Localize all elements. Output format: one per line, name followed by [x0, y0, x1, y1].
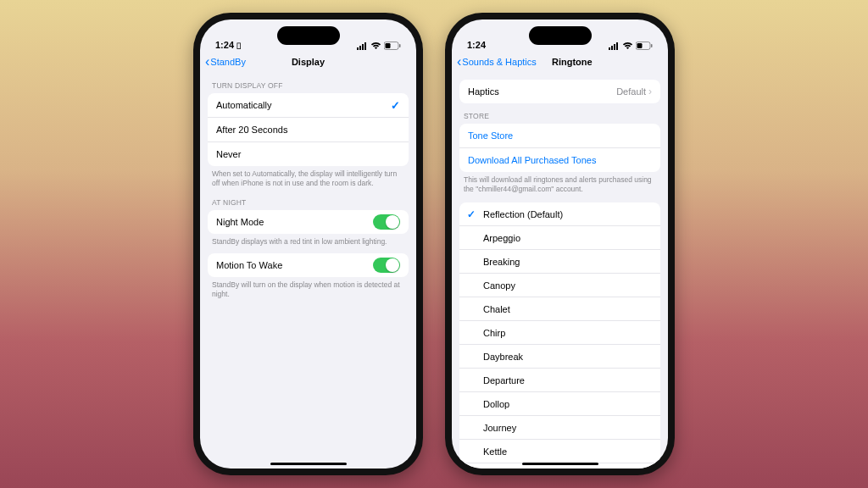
cellular-icon	[609, 42, 620, 50]
group-display-off: Automatically✓ After 20 Seconds Never	[208, 93, 409, 166]
status-time: 1:24 ⌷	[215, 40, 241, 50]
link-tone-store[interactable]: Tone Store	[459, 124, 660, 147]
toggle-motion-to-wake[interactable]	[373, 258, 400, 273]
page-title: Ringtone	[552, 57, 593, 67]
ringtone-option[interactable]: ✓Reflection (Default)	[459, 202, 660, 225]
chevron-left-icon: ‹	[205, 54, 209, 69]
ringtone-option[interactable]: Chalet	[459, 297, 660, 320]
toggle-night-mode[interactable]	[373, 214, 400, 230]
screen-right: 1:24 ‹Sounds & Haptics Ringtone HapticsD…	[452, 19, 668, 469]
group-haptics: HapticsDefault›	[459, 80, 660, 103]
group-ringtones: ✓Reflection (Default)ArpeggioBreakingCan…	[459, 202, 660, 469]
section-header-at-night: AT NIGHT	[200, 190, 416, 210]
group-store: Tone Store Download All Purchased Tones	[459, 124, 660, 172]
home-indicator[interactable]	[522, 463, 598, 465]
battery-icon	[636, 42, 653, 50]
ringtone-option[interactable]: Arpeggio	[459, 225, 660, 249]
row-motion-to-wake[interactable]: Motion To Wake	[208, 253, 409, 277]
nav-bar: ‹StandBy Display	[200, 51, 416, 73]
ringtone-option[interactable]: Breaking	[459, 249, 660, 273]
battery-icon	[384, 42, 401, 50]
page-title: Display	[292, 57, 325, 67]
group-night-mode: Night Mode	[208, 210, 409, 234]
ringtone-label: Arpeggio	[483, 233, 520, 243]
background: 1:24 ⌷ ‹StandBy Display TURN DISPLAY OFF…	[0, 0, 868, 488]
status-time: 1:24	[467, 40, 486, 50]
svg-rect-3	[364, 42, 366, 50]
svg-rect-5	[399, 44, 401, 47]
ringtone-label: Breaking	[483, 257, 520, 267]
svg-rect-6	[386, 43, 391, 48]
ringtone-option[interactable]: Kettle	[459, 439, 660, 463]
option-automatically[interactable]: Automatically✓	[208, 93, 409, 117]
phone-left: 1:24 ⌷ ‹StandBy Display TURN DISPLAY OFF…	[193, 13, 423, 475]
ringtone-label: Reflection (Default)	[483, 209, 563, 219]
chevron-right-icon: ›	[648, 86, 652, 97]
back-button[interactable]: ‹StandBy	[205, 54, 246, 69]
status-icons	[357, 42, 401, 50]
ringtone-label: Daybreak	[483, 352, 523, 362]
ringtone-label: Kettle	[483, 446, 507, 457]
svg-rect-13	[637, 43, 643, 48]
check-icon: ✓	[391, 99, 400, 112]
ringtone-option[interactable]: Departure	[459, 368, 660, 391]
dynamic-island	[277, 26, 340, 45]
status-icons	[609, 42, 653, 50]
content-left[interactable]: TURN DISPLAY OFF Automatically✓ After 20…	[200, 73, 416, 469]
option-never[interactable]: Never	[208, 141, 409, 166]
svg-rect-7	[609, 47, 610, 50]
chevron-left-icon: ‹	[457, 54, 461, 69]
svg-rect-10	[616, 42, 618, 50]
svg-rect-0	[357, 47, 359, 50]
svg-rect-1	[359, 46, 361, 50]
ringtone-label: Chirp	[483, 328, 505, 338]
footer-store: This will download all ringtones and ale…	[452, 172, 668, 196]
svg-rect-8	[611, 46, 613, 50]
ringtone-label: Dollop	[483, 399, 509, 409]
ringtone-label: Canopy	[483, 280, 515, 291]
footer-motion-to-wake: StandBy will turn on the display when mo…	[200, 277, 416, 301]
ringtone-label: Chalet	[483, 304, 510, 314]
check-icon: ✓	[467, 208, 476, 220]
nav-bar: ‹Sounds & Haptics Ringtone	[452, 51, 668, 73]
back-button[interactable]: ‹Sounds & Haptics	[457, 54, 537, 69]
dynamic-island	[529, 26, 592, 45]
option-after-20-seconds[interactable]: After 20 Seconds	[208, 117, 409, 141]
ringtone-label: Departure	[483, 375, 525, 385]
cellular-icon	[357, 42, 368, 50]
ringtone-label: Journey	[483, 423, 516, 433]
row-night-mode[interactable]: Night Mode	[208, 210, 409, 234]
footer-night-mode: StandBy displays with a red tint in low …	[200, 234, 416, 248]
svg-rect-9	[614, 44, 615, 50]
wifi-icon	[622, 42, 633, 50]
footer-display-off: When set to Automatically, the display w…	[200, 166, 416, 190]
group-motion-to-wake: Motion To Wake	[208, 253, 409, 277]
ringtone-option[interactable]: Journey	[459, 415, 660, 439]
row-haptics[interactable]: HapticsDefault›	[459, 80, 660, 103]
svg-rect-2	[362, 44, 364, 50]
ringtone-option[interactable]: Daybreak	[459, 344, 660, 368]
screen-left: 1:24 ⌷ ‹StandBy Display TURN DISPLAY OFF…	[200, 19, 416, 469]
link-download-purchased[interactable]: Download All Purchased Tones	[459, 147, 660, 172]
home-indicator[interactable]	[270, 463, 347, 465]
svg-rect-12	[651, 44, 653, 47]
content-right[interactable]: HapticsDefault› STORE Tone Store Downloa…	[452, 73, 668, 469]
section-header-display-off: TURN DISPLAY OFF	[200, 73, 416, 93]
ringtone-option[interactable]: Chirp	[459, 320, 660, 344]
wifi-icon	[370, 42, 381, 50]
ringtone-option[interactable]: Dollop	[459, 391, 660, 415]
section-header-store: STORE	[452, 103, 668, 124]
ringtone-option[interactable]: Canopy	[459, 273, 660, 297]
phone-right: 1:24 ‹Sounds & Haptics Ringtone HapticsD…	[445, 13, 675, 475]
haptics-value: Default	[616, 86, 646, 97]
